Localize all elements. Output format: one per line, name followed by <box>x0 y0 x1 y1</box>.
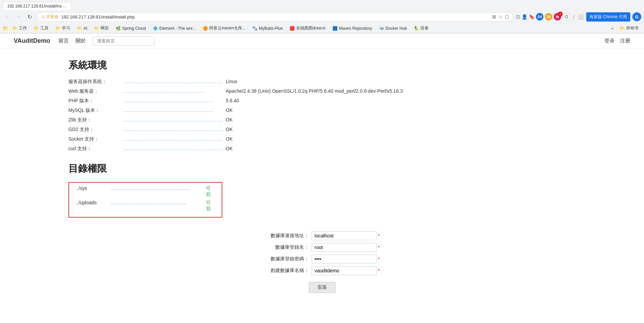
reload-button[interactable]: ↻ <box>25 12 34 22</box>
bookmark-element[interactable]: 💠 Element - The wor... <box>150 25 199 31</box>
bookmark-parrot[interactable]: 🦜 语雀 <box>411 25 431 32</box>
info-label-curl: curl 支持： <box>68 146 123 152</box>
db-input-dbname[interactable] <box>312 266 377 275</box>
dir-label-sys: ../sys <box>76 185 110 191</box>
bookmark-manager-icon[interactable]: 🔖 <box>529 14 535 20</box>
bookmark-aliyun-label: 阿里云maven仓库... <box>209 25 246 31</box>
bookmark-all[interactable]: 📁 所有书 <box>617 25 641 32</box>
ext-jh-icon[interactable]: JH <box>536 13 543 21</box>
bookmark-work[interactable]: 📁 工作 <box>10 25 30 32</box>
browser-tab[interactable]: 192.168.217.128:81/install/install.php <box>3 2 71 10</box>
browser-actions: 有新版 Chrome 可用 G <box>586 12 641 22</box>
bookmark-springcloud[interactable]: 🌿 Spring Cloud <box>113 25 148 31</box>
nav-message-link[interactable]: 留言 <box>58 38 69 44</box>
info-value-curl: OK <box>226 146 233 151</box>
bookmark-mybatis-icon: 🐾 <box>252 26 258 31</box>
db-input-host[interactable] <box>312 231 377 240</box>
db-row-dbname: 創建數據庫名稱： * <box>264 266 380 275</box>
info-label-php: PHP 版本： <box>68 98 123 104</box>
db-input-username[interactable] <box>312 243 377 252</box>
bookmark-aliyun-icon: 🟠 <box>203 26 208 31</box>
info-dots-socket: ........................................… <box>123 136 226 142</box>
tab-bar: 192.168.217.128:81/install/install.php <box>0 0 644 10</box>
bookmark-network[interactable]: 📁 网安 <box>91 25 111 32</box>
more-tools-icon[interactable]: ⋮ <box>571 14 576 20</box>
db-required-password: * <box>378 256 380 262</box>
db-label-host: 數據庫連接地址： <box>264 233 309 239</box>
dir-status-uploads: 可寫 <box>206 200 215 212</box>
bookmark-maven[interactable]: 🟦 Maven Repository <box>330 25 375 31</box>
extension-translate-icon[interactable]: ⊡ <box>516 14 520 20</box>
dir-permissions-title: 目錄權限 <box>68 162 576 175</box>
info-row-gd2: GD2 支持： ................................… <box>68 127 576 133</box>
info-label-webserver: Web 服务器： <box>68 88 123 94</box>
register-link[interactable]: 注册 <box>620 38 630 44</box>
dir-label-uploads: ../uploads <box>76 200 110 205</box>
bookmark-drawio-label: 在线图图draw.io <box>296 25 326 31</box>
bookmark-tools[interactable]: 📁 工具 <box>31 25 51 32</box>
info-value-webserver: Apache/2.4.38 (Unix) OpenSSL/1.0.2q PHP/… <box>226 88 403 94</box>
info-row-curl: curl 支持： ...............................… <box>68 146 576 152</box>
extension-icons: ⊡ 👤 🔖 JH JS ✿ 2 ⬡ ⋮ ⬜ <box>516 13 583 21</box>
chrome-update-button[interactable]: 有新版 Chrome 可用 <box>586 12 630 22</box>
install-button[interactable]: 安装 <box>309 282 336 293</box>
bookmark-mybatis[interactable]: 🐾 MyBatis-Plus <box>250 25 286 31</box>
info-row-php: PHP 版本： ................................… <box>68 98 576 104</box>
browser-chrome: 192.168.217.128:81/install/install.php ←… <box>0 0 644 34</box>
info-row-os: 服务器操作系统： ...............................… <box>68 79 576 85</box>
bookmark-docker[interactable]: 🐳 Docker Hub <box>376 25 410 31</box>
bookmark-drawio[interactable]: 🟥 在线图图draw.io <box>287 25 328 32</box>
forward-button[interactable]: → <box>14 12 23 22</box>
dir-dots-sys: ........................................… <box>110 185 206 191</box>
info-row-webserver: Web 服务器： ...............................… <box>68 88 576 94</box>
address-bar[interactable]: ⚠ 不安全 192.168.217.128:81/install/install… <box>37 12 513 22</box>
bookmarks-bar: 📁 📁 工作 📁 工具 📁 学习 📁 AI 📁 网安 🌿 Spring Clou… <box>0 24 644 33</box>
info-value-mysql: OK <box>226 107 233 113</box>
dir-row-sys: ../sys .................................… <box>76 185 215 198</box>
db-label-password: 數據庫登錄密碼： <box>264 256 309 262</box>
ext-ext3-icon[interactable]: ⬡ <box>563 13 570 21</box>
db-input-password[interactable] <box>312 255 377 263</box>
bookmark-all-label: 所有书 <box>626 25 639 31</box>
info-value-zlib: OK <box>226 117 233 122</box>
nav-about-link[interactable]: 關於 <box>76 38 86 44</box>
db-required-dbname: * <box>378 268 380 273</box>
bookmark-ai[interactable]: 📁 AI <box>74 25 90 31</box>
db-label-username: 數據庫登錄名： <box>264 244 309 250</box>
bookmark-aliyun[interactable]: 🟠 阿里云maven仓库... <box>200 25 248 32</box>
bookmarks-more-button[interactable]: » <box>609 25 616 31</box>
ext-js-icon[interactable]: JS <box>545 13 552 21</box>
bookmark-study-label: 学习 <box>62 25 70 31</box>
bookmark-star-icon[interactable]: ☆ <box>498 14 503 20</box>
cast-icon[interactable]: ⬡ <box>505 14 509 20</box>
bookmark-study[interactable]: 📁 学习 <box>53 25 73 32</box>
ext-ext2-icon[interactable]: ✿ 2 <box>554 13 561 21</box>
profile-avatar[interactable]: G <box>632 12 641 21</box>
db-label-dbname: 創建數據庫名稱： <box>264 268 309 274</box>
url-text: 192.168.217.128:81/install/install.php <box>61 14 489 20</box>
bookmark-tools-label: 工具 <box>40 25 49 31</box>
bookmark-element-icon: 💠 <box>153 26 158 31</box>
back-button[interactable]: ← <box>3 12 12 22</box>
info-dots-webserver: ........................................… <box>123 88 226 94</box>
translate-icon[interactable]: ⊞ <box>492 14 496 20</box>
info-label-os: 服务器操作系统： <box>68 79 123 85</box>
dir-status-sys: 可寫 <box>206 185 215 198</box>
header-auth-links: 登录 注册 <box>604 38 630 44</box>
info-row-mysql: MySQL 版本： ..............................… <box>68 107 576 114</box>
db-row-host: 數據庫連接地址： * <box>264 231 380 240</box>
bookmark-maven-label: Maven Repository <box>339 26 372 31</box>
system-env-title: 系統環境 <box>68 59 576 72</box>
bookmark-docker-label: Docker Hub <box>385 26 407 31</box>
info-label-mysql: MySQL 版本： <box>68 107 123 114</box>
security-warning: ⚠ 不安全 <box>41 14 58 20</box>
window-icon[interactable]: ⬜ <box>578 14 583 20</box>
bookmark-work-icon: 📁 <box>12 26 17 31</box>
info-dots-curl: ........................................… <box>123 146 226 151</box>
db-required-username: * <box>378 245 380 250</box>
search-input[interactable] <box>93 36 154 46</box>
login-link[interactable]: 登录 <box>604 38 615 44</box>
db-form: 數據庫連接地址： * 數據庫登錄名： * 數據庫登錄密碼： * 創建數據庫名稱：… <box>68 231 576 293</box>
profile-icon[interactable]: 👤 <box>522 14 527 20</box>
info-dots-os: ........................................… <box>123 79 226 84</box>
